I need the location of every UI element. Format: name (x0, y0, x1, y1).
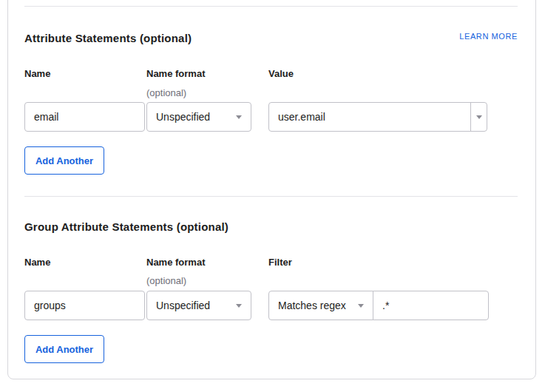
attribute-name-format-select[interactable]: Unspecified (146, 102, 251, 132)
group-name-format-selected-value: Unspecified (156, 300, 210, 311)
group-filter-type-select[interactable]: Matches regex (268, 291, 373, 320)
attribute-statements-title: Attribute Statements (optional) (24, 32, 192, 44)
chevron-down-icon (358, 304, 364, 308)
settings-card (7, 0, 536, 379)
attribute-name-input[interactable] (24, 102, 145, 132)
group-filter-value-input[interactable] (373, 291, 489, 320)
add-another-attribute-button[interactable]: Add Another (24, 146, 104, 175)
col-header-value: Value (268, 68, 294, 79)
col-header-name: Name (24, 257, 50, 268)
section-divider-middle (24, 196, 518, 197)
group-filter-type-selected-value: Matches regex (278, 300, 346, 311)
col-subheader-optional: (optional) (146, 87, 186, 98)
chevron-down-icon (236, 115, 242, 119)
group-name-format-select[interactable]: Unspecified (146, 291, 251, 320)
col-header-filter: Filter (268, 257, 292, 268)
section-divider-top (24, 6, 518, 7)
col-header-name-format: Name format (146, 257, 205, 268)
attribute-value-dropdown-button[interactable] (470, 103, 487, 131)
attribute-value-combo (268, 102, 487, 132)
attribute-name-format-selected-value: Unspecified (156, 111, 210, 123)
add-another-group-attribute-button[interactable]: Add Another (24, 335, 104, 363)
learn-more-link[interactable]: LEARN MORE (459, 32, 518, 41)
col-header-name-format: Name format (146, 68, 205, 79)
group-attribute-statements-title: Group Attribute Statements (optional) (24, 220, 229, 233)
saml-settings-panel-area: Attribute Statements (optional) LEARN MO… (0, 0, 545, 392)
col-subheader-optional: (optional) (146, 275, 186, 286)
chevron-down-icon (476, 115, 482, 119)
group-attribute-name-input[interactable] (24, 291, 145, 320)
col-header-name: Name (24, 68, 50, 79)
attribute-value-input[interactable] (269, 103, 470, 131)
chevron-down-icon (236, 304, 242, 308)
